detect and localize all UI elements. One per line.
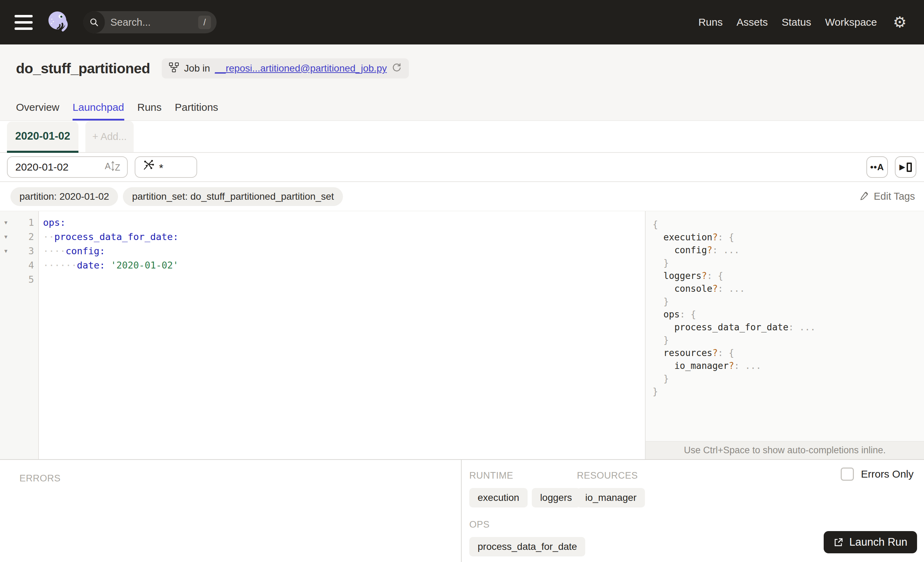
code-line: ops: — [43, 215, 645, 230]
op-filter-value: * — [159, 162, 163, 175]
edit-tags-label: Edit Tags — [874, 191, 915, 202]
nav-workspace[interactable]: Workspace — [825, 17, 877, 28]
nav-assets[interactable]: Assets — [736, 17, 768, 28]
schema-line: } — [652, 334, 924, 347]
chip-process-data-for-date[interactable]: process_data_for_date — [469, 537, 585, 556]
errors-label: ERRORS — [20, 473, 461, 484]
tags-row: partition: 2020-01-02partition_set: do_s… — [0, 182, 924, 211]
errors-only-control: Errors Only — [841, 467, 914, 481]
pencil-icon — [860, 190, 870, 203]
schema-body: { execution?: { config?: ... } loggers?:… — [646, 211, 924, 398]
tag-pill-list: partition: 2020-01-02partition_set: do_s… — [10, 187, 343, 206]
editor-gutter: ▼1▼2▼345 — [0, 211, 39, 459]
errors-only-checkbox[interactable] — [841, 467, 854, 481]
launchpad-toolbar: 2020-01-02 A Z — [0, 153, 924, 182]
play-icon: ▶ — [899, 162, 905, 171]
op-selection-filter[interactable]: * — [135, 156, 197, 178]
code-line — [43, 272, 645, 287]
sort-az-icon: A Z — [104, 159, 122, 176]
top-navbar: Search... / RunsAssetsStatusWorkspace ⚙ — [0, 0, 924, 45]
editor-code[interactable]: ops:··process_data_for_date:····config:·… — [39, 211, 645, 459]
errors-only-label: Errors Only — [861, 468, 914, 480]
add-partition-tab[interactable]: + Add... — [86, 121, 134, 152]
panel-icon — [907, 162, 912, 172]
workflow-icon — [169, 62, 179, 75]
config-schema-panel: { execution?: { config?: ... } loggers?:… — [645, 211, 924, 459]
dagster-logo[interactable] — [44, 9, 72, 36]
svg-text:A: A — [105, 161, 111, 171]
resources-label: RESOURCES — [577, 470, 645, 481]
primary-nav: RunsAssetsStatusWorkspace — [698, 17, 877, 28]
bottom-panel: ERRORS RUNTIME executionloggers RESOURCE… — [0, 459, 924, 562]
line-number: 2 — [12, 231, 38, 242]
external-link-icon — [833, 537, 844, 547]
page-tabs: OverviewLaunchpadRunsPartitions — [16, 101, 908, 120]
search-input[interactable]: Search... / — [83, 11, 217, 33]
config-editor[interactable]: ▼1▼2▼345 ops:··process_data_for_date:···… — [0, 211, 645, 459]
partition-tab-strip: 2020-01-02 + Add... — [0, 121, 924, 153]
tag-pill: partition: 2020-01-02 — [10, 187, 118, 206]
launch-run-label: Launch Run — [849, 536, 908, 548]
schema-line: loggers?: { — [652, 269, 924, 283]
whitespace-toggle-button[interactable]: ••A — [866, 156, 888, 178]
schema-line: console?: ... — [652, 283, 924, 295]
nav-runs[interactable]: Runs — [698, 17, 723, 28]
line-number: 3 — [12, 246, 38, 256]
page-title: do_stuff_partitioned — [16, 60, 150, 77]
fold-arrow-icon[interactable]: ▼ — [0, 234, 12, 240]
code-line: ····config: — [43, 244, 645, 258]
partition-select-value: 2020-01-02 — [15, 161, 68, 173]
runtime-label: RUNTIME — [469, 470, 577, 481]
line-number: 4 — [12, 260, 38, 270]
resources-chip-list: io_manager — [577, 488, 645, 508]
code-line: ··process_data_for_date: — [43, 230, 645, 244]
tab-partitions[interactable]: Partitions — [175, 101, 218, 120]
errors-zone: ERRORS — [0, 460, 462, 562]
launch-run-button[interactable]: Launch Run — [824, 531, 917, 553]
autocomplete-hint: Use Ctrl+Space to show auto-completions … — [646, 441, 924, 459]
fold-arrow-icon[interactable]: ▼ — [0, 219, 12, 225]
page-header: do_stuff_partitioned Job in __reposi...a… — [0, 45, 924, 121]
job-origin-badge: Job in __reposi...artitioned@partitioned… — [162, 59, 409, 78]
nav-status[interactable]: Status — [782, 17, 811, 28]
search-placeholder: Search... — [110, 17, 198, 28]
schema-line: } — [652, 295, 924, 308]
svg-text:Z: Z — [115, 162, 120, 172]
partition-select[interactable]: 2020-01-02 A Z — [7, 156, 128, 178]
job-badge-prefix: Job in — [184, 63, 210, 74]
chip-io-manager[interactable]: io_manager — [577, 488, 645, 508]
tab-launchpad[interactable]: Launchpad — [72, 101, 124, 120]
op-graph-icon — [142, 159, 156, 176]
whitespace-icon: ••A — [870, 162, 884, 173]
schema-line: process_data_for_date: ... — [652, 321, 924, 334]
preview-panel-toggle-button[interactable]: ▶ — [895, 156, 916, 178]
schema-line: execution?: { — [652, 231, 924, 244]
partition-tab-active[interactable]: 2020-01-02 — [7, 122, 78, 153]
line-number: 1 — [12, 217, 38, 228]
chip-loggers[interactable]: loggers — [532, 488, 580, 508]
schema-line: } — [652, 257, 924, 269]
search-icon — [83, 11, 105, 33]
schema-line: ops: { — [652, 308, 924, 321]
chip-execution[interactable]: execution — [469, 488, 528, 508]
schema-line: resources?: { — [652, 347, 924, 359]
fold-arrow-icon[interactable]: ▼ — [0, 248, 12, 254]
job-file-link[interactable]: __reposi...artitioned@partitioned_job.py — [215, 63, 387, 74]
launchpad-main: ▼1▼2▼345 ops:··process_data_for_date:···… — [0, 211, 924, 459]
code-line: ······date: '2020-01-02' — [43, 258, 645, 272]
tab-overview[interactable]: Overview — [16, 101, 59, 120]
ops-label: OPS — [469, 519, 924, 530]
reload-icon[interactable] — [392, 62, 402, 75]
gear-icon[interactable]: ⚙ — [893, 15, 907, 30]
config-summary-zone: RUNTIME executionloggers RESOURCES io_ma… — [462, 460, 924, 562]
menu-icon[interactable] — [15, 15, 33, 30]
tag-pill: partition_set: do_stuff_partitioned_part… — [123, 187, 343, 206]
schema-line: } — [652, 385, 924, 398]
edit-tags-button[interactable]: Edit Tags — [860, 190, 915, 203]
schema-line: } — [652, 372, 924, 385]
schema-line: config?: ... — [652, 244, 924, 257]
search-shortcut-badge: / — [198, 16, 211, 29]
schema-line: { — [652, 218, 924, 231]
line-number: 5 — [12, 274, 38, 285]
tab-runs[interactable]: Runs — [138, 101, 162, 120]
